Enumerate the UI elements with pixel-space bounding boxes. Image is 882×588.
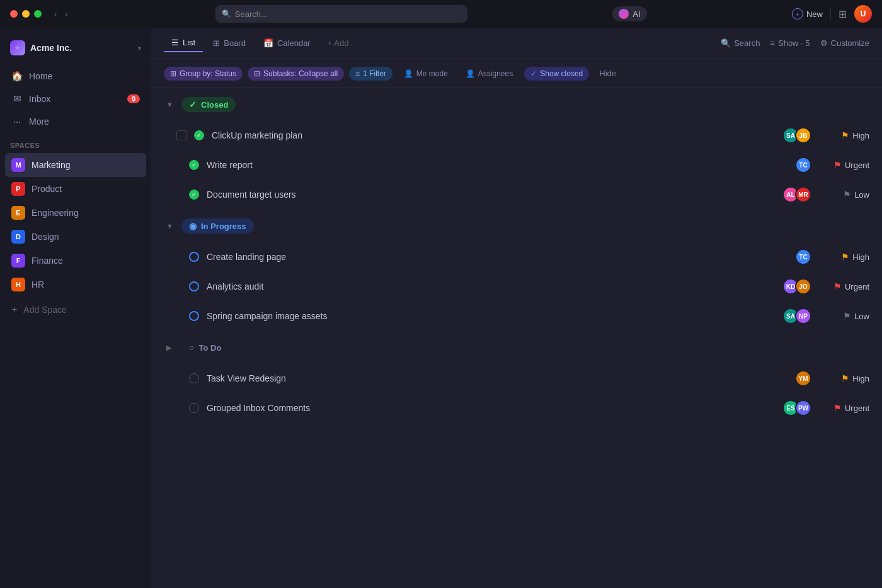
hide-button[interactable]: Hide <box>594 66 621 81</box>
task-name: Create landing page <box>207 252 788 262</box>
tab-board[interactable]: ⊞ Board <box>205 35 253 52</box>
table-row[interactable]: ⠿ Analytics audit KDJO ⚑ Urgent <box>151 272 882 302</box>
group-status-icon: ◉ <box>189 221 197 231</box>
space-label-finance: Finance <box>32 256 63 266</box>
group-header-closed[interactable]: ▼ ✓ Closed <box>151 88 882 121</box>
task-status-icon[interactable] <box>189 252 199 262</box>
task-avatars: ESPW <box>782 400 811 416</box>
back-arrow[interactable]: ‹ <box>52 8 60 20</box>
workspace-chevron-icon: ▾ <box>138 45 141 52</box>
home-icon: 🏠 <box>11 71 23 82</box>
ai-badge[interactable]: AI <box>612 6 646 21</box>
customize-icon: ⚙ <box>820 38 828 48</box>
sidebar-item-inbox[interactable]: ✉ Inbox 9 <box>5 88 146 110</box>
filter-icon: ≡ <box>355 69 360 78</box>
nav-arrows: ‹ › <box>52 8 70 20</box>
assignees-filter[interactable]: 👤 Assignees <box>459 67 519 81</box>
customize-label: Customize <box>831 38 869 48</box>
table-row[interactable]: ⠿ ✓ Document target users ALMR ⚑ Low <box>151 180 882 210</box>
search-icon: 🔍 <box>222 9 231 18</box>
more-label: More <box>29 116 49 127</box>
avatar: NP <box>795 308 811 324</box>
new-icon: + <box>792 8 803 20</box>
assignees-label: Assignees <box>478 69 513 78</box>
task-list: ▼ ✓ Closed ⠿ ✓ ClickUp marketing plan SA… <box>151 88 882 588</box>
table-row[interactable]: ⠿ Task View Redesign YM ⚑ High <box>151 364 882 393</box>
table-row[interactable]: ⠿ ✓ ClickUp marketing plan SAJB ⚑ High <box>151 121 882 150</box>
traffic-lights <box>10 10 42 18</box>
customize-action[interactable]: ⚙ Customize <box>820 38 869 48</box>
board-icon: ⊞ <box>213 38 220 48</box>
task-status-icon[interactable] <box>189 311 199 321</box>
task-status-icon[interactable] <box>189 373 199 383</box>
show-closed-label: Show closed <box>540 69 583 78</box>
sidebar-item-hr[interactable]: H HR <box>5 273 146 297</box>
space-label-hr: HR <box>32 280 44 290</box>
forward-arrow[interactable]: › <box>62 8 71 20</box>
task-avatars: YM <box>795 370 811 387</box>
priority-flag-icon: ⚑ <box>833 281 842 291</box>
sidebar-item-engineering[interactable]: E Engineering <box>5 201 146 225</box>
toolbar: ⊞ Group by: Status ⊟ Subtasks: Collapse … <box>151 59 882 88</box>
new-label: New <box>806 9 823 19</box>
minimize-button[interactable] <box>22 10 30 18</box>
filter-chip[interactable]: ≡ 1 Filter <box>349 67 392 81</box>
sidebar-item-more[interactable]: ··· More <box>5 111 146 132</box>
more-icon: ··· <box>11 116 23 127</box>
add-space-button[interactable]: + Add Space <box>5 299 146 320</box>
task-status-icon[interactable] <box>189 403 199 413</box>
me-mode-filter[interactable]: 👤 Me mode <box>398 67 454 81</box>
grid-icon[interactable]: ⊞ <box>839 8 847 20</box>
calendar-icon: 📅 <box>263 38 273 48</box>
group-status-label: ◉ In Progress <box>181 218 254 234</box>
group-status-label: ✓ Closed <box>181 97 236 112</box>
task-name: Analytics audit <box>207 281 775 291</box>
subtasks-filter[interactable]: ⊟ Subtasks: Collapse all <box>248 67 344 81</box>
ai-icon <box>619 9 629 19</box>
sidebar-item-product[interactable]: P Product <box>5 177 146 201</box>
table-row[interactable]: ⠿ Spring campaign image assets SANP ⚑ Lo… <box>151 302 882 331</box>
space-label-marketing: Marketing <box>32 160 70 170</box>
user-avatar[interactable]: U <box>854 5 872 23</box>
task-status-icon[interactable]: ✓ <box>189 189 199 200</box>
sidebar-item-design[interactable]: D Design <box>5 225 146 249</box>
task-avatars: SANP <box>782 308 811 324</box>
priority-label: High <box>852 131 869 140</box>
table-row[interactable]: ⠿ Create landing page TC ⚑ High <box>151 242 882 272</box>
group-by-filter[interactable]: ⊞ Group by: Status <box>164 67 243 81</box>
list-icon: ☰ <box>171 38 179 47</box>
add-view-button[interactable]: + Add <box>321 35 355 52</box>
tab-calendar[interactable]: 📅 Calendar <box>256 35 318 52</box>
inbox-icon: ✉ <box>11 93 23 105</box>
search-action[interactable]: 🔍 Search <box>721 38 760 48</box>
priority-label: High <box>852 374 869 383</box>
fullscreen-button[interactable] <box>34 10 42 18</box>
sidebar-item-marketing[interactable]: M Marketing <box>5 153 146 177</box>
search-bar[interactable]: 🔍 Search... <box>215 5 467 23</box>
new-button[interactable]: + New <box>792 8 823 20</box>
show-action[interactable]: ≡ Show · 5 <box>770 38 810 48</box>
search-placeholder: Search... <box>235 9 268 19</box>
show-closed-filter[interactable]: ✓ Show closed <box>524 67 589 81</box>
workspace-header[interactable]: ✦ Acme Inc. ▾ <box>0 35 151 65</box>
priority-badge: ⚑ High <box>819 373 869 383</box>
priority-badge: ⚑ Urgent <box>819 403 869 413</box>
table-row[interactable]: ⠿ ✓ Write report TC ⚑ Urgent <box>151 150 882 180</box>
sidebar-item-home[interactable]: 🏠 Home <box>5 65 146 87</box>
task-status-icon[interactable]: ✓ <box>189 160 199 170</box>
sidebar-item-finance[interactable]: F Finance <box>5 249 146 273</box>
close-button[interactable] <box>10 10 18 18</box>
tab-calendar-label: Calendar <box>277 38 311 48</box>
task-name: Document target users <box>207 189 775 200</box>
task-status-icon[interactable]: ✓ <box>194 130 204 140</box>
group-header-inprogress[interactable]: ▼ ◉ In Progress <box>151 210 882 242</box>
tab-list[interactable]: ☰ List <box>164 34 203 52</box>
workspace-star-icon: ✦ <box>14 43 21 53</box>
assignees-icon: 👤 <box>466 69 475 78</box>
sidebar: ✦ Acme Inc. ▾ 🏠 Home ✉ Inbox 9 ··· More … <box>0 28 151 588</box>
task-select-checkbox[interactable] <box>176 130 186 140</box>
group-header-todo[interactable]: ▶ ○ To Do <box>151 331 882 364</box>
space-label-product: Product <box>32 184 62 194</box>
table-row[interactable]: ⠿ Grouped Inbox Comments ESPW ⚑ Urgent <box>151 393 882 423</box>
task-status-icon[interactable] <box>189 281 199 291</box>
